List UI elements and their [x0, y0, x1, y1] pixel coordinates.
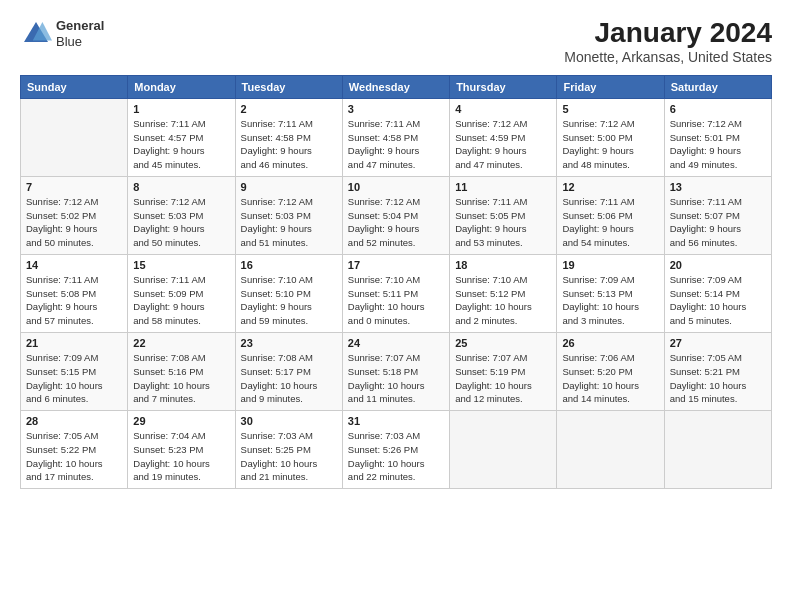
day-number: 6	[670, 103, 766, 115]
day-info: Sunrise: 7:03 AMSunset: 5:26 PMDaylight:…	[348, 429, 444, 484]
day-info: Sunrise: 7:07 AMSunset: 5:19 PMDaylight:…	[455, 351, 551, 406]
day-info: Sunrise: 7:05 AMSunset: 5:22 PMDaylight:…	[26, 429, 122, 484]
calendar-cell: 4Sunrise: 7:12 AMSunset: 4:59 PMDaylight…	[450, 98, 557, 176]
day-info: Sunrise: 7:12 AMSunset: 5:00 PMDaylight:…	[562, 117, 658, 172]
day-info: Sunrise: 7:10 AMSunset: 5:12 PMDaylight:…	[455, 273, 551, 328]
calendar-week-2: 7Sunrise: 7:12 AMSunset: 5:02 PMDaylight…	[21, 176, 772, 254]
day-info: Sunrise: 7:12 AMSunset: 5:03 PMDaylight:…	[133, 195, 229, 250]
weekday-header-thursday: Thursday	[450, 75, 557, 98]
day-number: 10	[348, 181, 444, 193]
day-number: 9	[241, 181, 337, 193]
day-number: 16	[241, 259, 337, 271]
day-info: Sunrise: 7:10 AMSunset: 5:11 PMDaylight:…	[348, 273, 444, 328]
day-number: 11	[455, 181, 551, 193]
calendar-cell: 10Sunrise: 7:12 AMSunset: 5:04 PMDayligh…	[342, 176, 449, 254]
day-number: 26	[562, 337, 658, 349]
day-info: Sunrise: 7:11 AMSunset: 4:58 PMDaylight:…	[348, 117, 444, 172]
day-number: 22	[133, 337, 229, 349]
day-info: Sunrise: 7:10 AMSunset: 5:10 PMDaylight:…	[241, 273, 337, 328]
day-info: Sunrise: 7:12 AMSunset: 5:02 PMDaylight:…	[26, 195, 122, 250]
day-info: Sunrise: 7:07 AMSunset: 5:18 PMDaylight:…	[348, 351, 444, 406]
title-block: January 2024 Monette, Arkansas, United S…	[564, 18, 772, 65]
day-number: 20	[670, 259, 766, 271]
calendar-body: 1Sunrise: 7:11 AMSunset: 4:57 PMDaylight…	[21, 98, 772, 488]
calendar-cell: 18Sunrise: 7:10 AMSunset: 5:12 PMDayligh…	[450, 254, 557, 332]
calendar-cell: 29Sunrise: 7:04 AMSunset: 5:23 PMDayligh…	[128, 411, 235, 489]
day-number: 19	[562, 259, 658, 271]
day-number: 7	[26, 181, 122, 193]
day-number: 18	[455, 259, 551, 271]
calendar-cell: 16Sunrise: 7:10 AMSunset: 5:10 PMDayligh…	[235, 254, 342, 332]
calendar-cell: 31Sunrise: 7:03 AMSunset: 5:26 PMDayligh…	[342, 411, 449, 489]
calendar-cell: 8Sunrise: 7:12 AMSunset: 5:03 PMDaylight…	[128, 176, 235, 254]
calendar-cell	[664, 411, 771, 489]
calendar-cell: 28Sunrise: 7:05 AMSunset: 5:22 PMDayligh…	[21, 411, 128, 489]
day-number: 28	[26, 415, 122, 427]
weekday-header-sunday: Sunday	[21, 75, 128, 98]
day-number: 13	[670, 181, 766, 193]
day-number: 3	[348, 103, 444, 115]
day-info: Sunrise: 7:12 AMSunset: 5:03 PMDaylight:…	[241, 195, 337, 250]
day-number: 15	[133, 259, 229, 271]
day-info: Sunrise: 7:09 AMSunset: 5:13 PMDaylight:…	[562, 273, 658, 328]
day-number: 5	[562, 103, 658, 115]
day-info: Sunrise: 7:11 AMSunset: 5:05 PMDaylight:…	[455, 195, 551, 250]
calendar-cell: 23Sunrise: 7:08 AMSunset: 5:17 PMDayligh…	[235, 332, 342, 410]
day-number: 2	[241, 103, 337, 115]
logo: General Blue	[20, 18, 104, 50]
day-info: Sunrise: 7:11 AMSunset: 5:09 PMDaylight:…	[133, 273, 229, 328]
day-info: Sunrise: 7:04 AMSunset: 5:23 PMDaylight:…	[133, 429, 229, 484]
day-number: 1	[133, 103, 229, 115]
weekday-header-monday: Monday	[128, 75, 235, 98]
calendar-cell: 19Sunrise: 7:09 AMSunset: 5:13 PMDayligh…	[557, 254, 664, 332]
weekday-header-friday: Friday	[557, 75, 664, 98]
day-info: Sunrise: 7:11 AMSunset: 4:57 PMDaylight:…	[133, 117, 229, 172]
day-number: 23	[241, 337, 337, 349]
calendar-table: SundayMondayTuesdayWednesdayThursdayFrid…	[20, 75, 772, 489]
day-info: Sunrise: 7:11 AMSunset: 4:58 PMDaylight:…	[241, 117, 337, 172]
calendar-cell: 26Sunrise: 7:06 AMSunset: 5:20 PMDayligh…	[557, 332, 664, 410]
calendar-week-3: 14Sunrise: 7:11 AMSunset: 5:08 PMDayligh…	[21, 254, 772, 332]
calendar-cell: 30Sunrise: 7:03 AMSunset: 5:25 PMDayligh…	[235, 411, 342, 489]
day-number: 21	[26, 337, 122, 349]
day-number: 4	[455, 103, 551, 115]
calendar-cell: 3Sunrise: 7:11 AMSunset: 4:58 PMDaylight…	[342, 98, 449, 176]
day-info: Sunrise: 7:08 AMSunset: 5:17 PMDaylight:…	[241, 351, 337, 406]
page-title: January 2024	[564, 18, 772, 49]
calendar-header: SundayMondayTuesdayWednesdayThursdayFrid…	[21, 75, 772, 98]
day-info: Sunrise: 7:05 AMSunset: 5:21 PMDaylight:…	[670, 351, 766, 406]
calendar-cell: 9Sunrise: 7:12 AMSunset: 5:03 PMDaylight…	[235, 176, 342, 254]
day-number: 29	[133, 415, 229, 427]
calendar-cell: 24Sunrise: 7:07 AMSunset: 5:18 PMDayligh…	[342, 332, 449, 410]
calendar-cell: 1Sunrise: 7:11 AMSunset: 4:57 PMDaylight…	[128, 98, 235, 176]
weekday-header-tuesday: Tuesday	[235, 75, 342, 98]
day-info: Sunrise: 7:11 AMSunset: 5:06 PMDaylight:…	[562, 195, 658, 250]
day-info: Sunrise: 7:12 AMSunset: 5:01 PMDaylight:…	[670, 117, 766, 172]
page: General Blue January 2024 Monette, Arkan…	[0, 0, 792, 612]
day-number: 8	[133, 181, 229, 193]
calendar-cell: 13Sunrise: 7:11 AMSunset: 5:07 PMDayligh…	[664, 176, 771, 254]
calendar-cell	[450, 411, 557, 489]
calendar-cell: 2Sunrise: 7:11 AMSunset: 4:58 PMDaylight…	[235, 98, 342, 176]
calendar-cell: 7Sunrise: 7:12 AMSunset: 5:02 PMDaylight…	[21, 176, 128, 254]
calendar-cell: 12Sunrise: 7:11 AMSunset: 5:06 PMDayligh…	[557, 176, 664, 254]
calendar-cell: 11Sunrise: 7:11 AMSunset: 5:05 PMDayligh…	[450, 176, 557, 254]
calendar-week-4: 21Sunrise: 7:09 AMSunset: 5:15 PMDayligh…	[21, 332, 772, 410]
day-info: Sunrise: 7:09 AMSunset: 5:14 PMDaylight:…	[670, 273, 766, 328]
calendar-week-1: 1Sunrise: 7:11 AMSunset: 4:57 PMDaylight…	[21, 98, 772, 176]
day-info: Sunrise: 7:12 AMSunset: 5:04 PMDaylight:…	[348, 195, 444, 250]
day-number: 24	[348, 337, 444, 349]
day-info: Sunrise: 7:11 AMSunset: 5:08 PMDaylight:…	[26, 273, 122, 328]
day-number: 14	[26, 259, 122, 271]
day-info: Sunrise: 7:08 AMSunset: 5:16 PMDaylight:…	[133, 351, 229, 406]
calendar-cell: 22Sunrise: 7:08 AMSunset: 5:16 PMDayligh…	[128, 332, 235, 410]
calendar-cell	[21, 98, 128, 176]
day-info: Sunrise: 7:09 AMSunset: 5:15 PMDaylight:…	[26, 351, 122, 406]
day-info: Sunrise: 7:11 AMSunset: 5:07 PMDaylight:…	[670, 195, 766, 250]
header: General Blue January 2024 Monette, Arkan…	[20, 18, 772, 65]
calendar-week-5: 28Sunrise: 7:05 AMSunset: 5:22 PMDayligh…	[21, 411, 772, 489]
calendar-cell: 5Sunrise: 7:12 AMSunset: 5:00 PMDaylight…	[557, 98, 664, 176]
calendar-cell: 6Sunrise: 7:12 AMSunset: 5:01 PMDaylight…	[664, 98, 771, 176]
calendar-cell: 20Sunrise: 7:09 AMSunset: 5:14 PMDayligh…	[664, 254, 771, 332]
day-number: 27	[670, 337, 766, 349]
